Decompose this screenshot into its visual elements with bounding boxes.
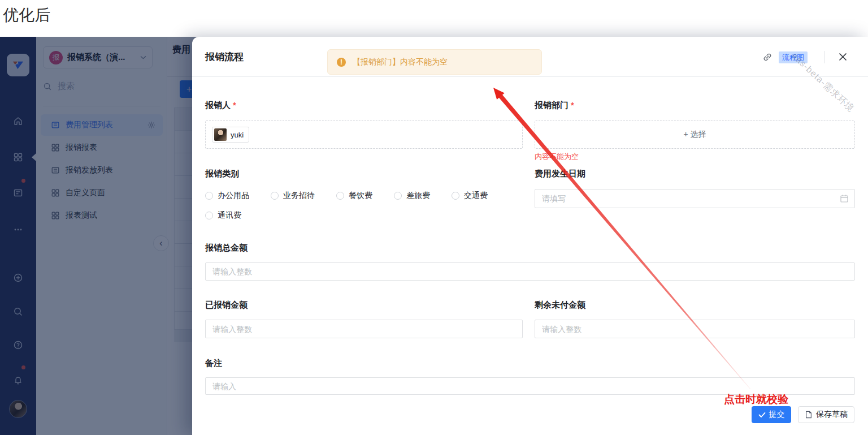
- divider: [824, 51, 824, 63]
- draft-doc-icon: [805, 411, 813, 419]
- close-icon[interactable]: [835, 49, 850, 64]
- expense-date-input[interactable]: [535, 189, 855, 208]
- radio-circle-icon: [205, 192, 213, 200]
- save-draft-button[interactable]: 保存草稿: [798, 406, 854, 423]
- field-label-category: 报销类别: [205, 169, 239, 179]
- radio-office-supplies[interactable]: 办公用品: [205, 191, 249, 201]
- radio-travel-fee[interactable]: 差旅费: [394, 191, 430, 201]
- expense-date-field: [535, 189, 855, 208]
- toast-message: 【报销部门】内容不能为空: [353, 57, 448, 67]
- app-window: 报 报销系统（演... 搜索 费用管理列表 报销报表: [0, 37, 868, 435]
- check-icon: [758, 412, 766, 418]
- member-chip[interactable]: yuki: [212, 127, 249, 143]
- reimburse-flow-modal: aas-beta-需求环境 报销流程 ! 【报销部门】内容不能为空 流程图 报销…: [192, 37, 868, 435]
- radio-meal-fee[interactable]: 餐饮费: [336, 191, 372, 201]
- total-amount-input[interactable]: [205, 262, 855, 281]
- applicant-field[interactable]: [205, 120, 523, 149]
- field-label-total-amount: 报销总金额: [205, 243, 248, 253]
- radio-circle-icon: [452, 192, 459, 200]
- field-label-reimbursed-amount: 已报销金额: [205, 300, 248, 311]
- radio-circle-icon: [271, 192, 279, 200]
- submit-button[interactable]: 提交: [752, 406, 791, 423]
- required-mark: *: [233, 100, 236, 110]
- link-icon[interactable]: [762, 52, 772, 62]
- annotation-note: 点击时就校验: [724, 392, 788, 407]
- unpaid-amount-input[interactable]: [535, 320, 855, 338]
- validation-toast: ! 【报销部门】内容不能为空: [327, 49, 542, 75]
- member-name: yuki: [231, 131, 244, 139]
- field-label-department: 报销部门*: [535, 100, 574, 111]
- page-label: 优化后: [3, 5, 50, 26]
- field-label-unpaid-amount: 剩余未付金额: [535, 300, 585, 311]
- member-avatar: [214, 128, 227, 141]
- required-mark: *: [571, 100, 574, 110]
- department-error: 内容不能为空: [535, 152, 579, 162]
- field-label-applicant: 报销人*: [205, 100, 236, 111]
- department-select-button[interactable]: + 选择: [535, 120, 855, 149]
- radio-circle-icon: [394, 192, 402, 200]
- reimbursed-amount-input[interactable]: [205, 320, 523, 338]
- field-label-expense-date: 费用发生日期: [535, 169, 585, 179]
- radio-circle-icon: [205, 212, 213, 219]
- radio-transport-fee[interactable]: 交通费: [452, 191, 488, 201]
- top-strip: 优化后: [0, 0, 868, 37]
- radio-circle-icon: [336, 192, 344, 200]
- warning-icon: !: [337, 58, 346, 67]
- screenshot-stage: 优化后: [0, 0, 868, 435]
- field-label-remark: 备注: [205, 358, 222, 369]
- modal-title: 报销流程: [205, 50, 244, 63]
- modal-header: 报销流程 ! 【报销部门】内容不能为空 流程图: [192, 37, 868, 77]
- radio-business-hospitality[interactable]: 业务招待: [271, 191, 315, 201]
- radio-communication-fee[interactable]: 通讯费: [205, 210, 241, 221]
